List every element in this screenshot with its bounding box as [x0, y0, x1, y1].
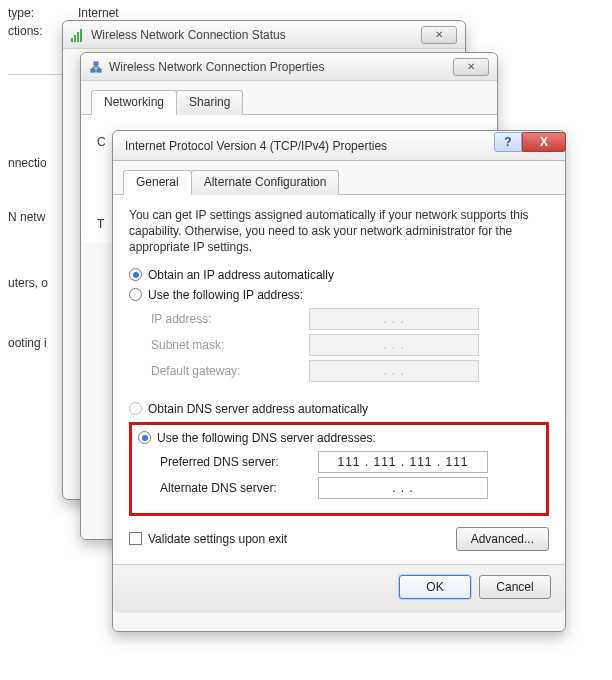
radio-dns-auto-label: Obtain DNS server address automatically — [148, 402, 368, 416]
ok-button[interactable]: OK — [399, 575, 471, 599]
default-gateway-label: Default gateway: — [151, 364, 301, 378]
bg-type-label: type: — [8, 6, 34, 20]
radio-ip-manual-label: Use the following IP address: — [148, 288, 303, 302]
signal-icon — [71, 28, 85, 42]
subnet-mask-label: Subnet mask: — [151, 338, 301, 352]
status-title: Wireless Network Connection Status — [91, 28, 415, 42]
ipv4-window: Internet Protocol Version 4 (TCP/IPv4) P… — [112, 130, 566, 632]
radio-dns-manual[interactable] — [138, 431, 151, 444]
advanced-button[interactable]: Advanced... — [456, 527, 549, 551]
status-titlebar[interactable]: Wireless Network Connection Status ✕ — [63, 21, 465, 49]
radio-ip-auto-label: Obtain an IP address automatically — [148, 268, 334, 282]
ipv4-title: Internet Protocol Version 4 (TCP/IPv4) P… — [125, 139, 494, 153]
properties-title: Wireless Network Connection Properties — [109, 60, 447, 74]
close-icon[interactable]: X — [522, 132, 566, 152]
ipv4-description: You can get IP settings assigned automat… — [129, 207, 549, 256]
properties-tabs: Networking Sharing — [81, 81, 497, 115]
tab-alternate-configuration[interactable]: Alternate Configuration — [191, 170, 340, 195]
close-icon[interactable]: ✕ — [453, 58, 489, 76]
tab-general[interactable]: General — [123, 170, 192, 195]
bg-uters: uters, o — [8, 276, 48, 290]
radio-ip-manual[interactable] — [129, 288, 142, 301]
tab-sharing[interactable]: Sharing — [176, 90, 243, 115]
properties-titlebar[interactable]: Wireless Network Connection Properties ✕ — [81, 53, 497, 81]
bg-ctions-label: ctions: — [8, 24, 43, 38]
svg-rect-1 — [97, 69, 101, 72]
svg-rect-2 — [94, 62, 98, 65]
tab-networking[interactable]: Networking — [91, 90, 177, 115]
radio-dns-manual-label: Use the following DNS server addresses: — [157, 431, 376, 445]
network-icon — [89, 60, 103, 74]
close-icon[interactable]: ✕ — [421, 26, 457, 44]
alternate-dns-label: Alternate DNS server: — [160, 481, 310, 495]
preferred-dns-field[interactable]: 111 . 111 . 111 . 111 — [318, 451, 488, 473]
ipv4-footer: OK Cancel — [113, 564, 565, 613]
preferred-dns-label: Preferred DNS server: — [160, 455, 310, 469]
ip-address-label: IP address: — [151, 312, 301, 326]
bg-ooting: ooting i — [8, 336, 47, 350]
bg-n-netw: N netw — [8, 210, 45, 224]
ipv4-titlebar[interactable]: Internet Protocol Version 4 (TCP/IPv4) P… — [113, 131, 565, 161]
ipv4-tabs: General Alternate Configuration — [113, 161, 565, 195]
radio-ip-auto[interactable] — [129, 268, 142, 281]
help-icon[interactable]: ? — [494, 132, 522, 152]
bg-type-value: Internet — [78, 6, 119, 20]
validate-label: Validate settings upon exit — [148, 532, 287, 546]
default-gateway-field: . . . — [309, 360, 479, 382]
dns-highlight: Use the following DNS server addresses: … — [129, 422, 549, 516]
alternate-dns-field[interactable]: . . . — [318, 477, 488, 499]
ip-address-field: . . . — [309, 308, 479, 330]
radio-dns-auto[interactable] — [129, 402, 142, 415]
subnet-mask-field: . . . — [309, 334, 479, 356]
bg-connection: nnectio — [8, 156, 47, 170]
cancel-button[interactable]: Cancel — [479, 575, 551, 599]
svg-rect-0 — [91, 69, 95, 72]
validate-checkbox[interactable] — [129, 532, 142, 545]
